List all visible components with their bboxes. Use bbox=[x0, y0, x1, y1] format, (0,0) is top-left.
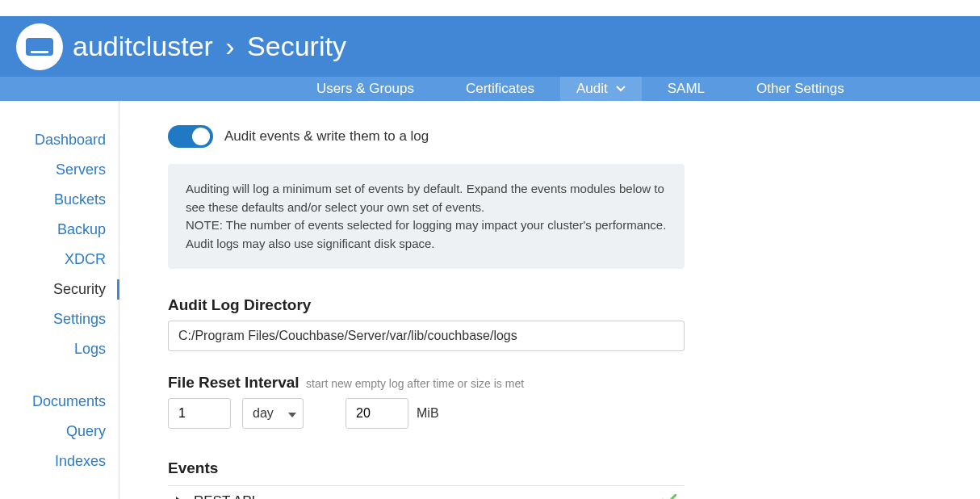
subnav-audit-label: Audit bbox=[576, 81, 608, 97]
breadcrumb-separator: › bbox=[225, 31, 234, 61]
sidebar-item-query[interactable]: Query bbox=[0, 417, 119, 447]
subnav-users-groups[interactable]: Users & Groups bbox=[291, 77, 440, 101]
caret-down-icon bbox=[288, 406, 296, 421]
main-content: Audit events & write them to a log Audit… bbox=[119, 101, 980, 499]
sidebar-item-security[interactable]: Security bbox=[0, 275, 119, 304]
sidebar-item-buckets[interactable]: Buckets bbox=[0, 185, 119, 215]
product-logo bbox=[16, 23, 63, 70]
reset-size-unit: MiB bbox=[417, 406, 439, 421]
file-reset-hint: start new empty log after time or size i… bbox=[306, 377, 524, 390]
subnav-certificates[interactable]: Certificates bbox=[440, 77, 560, 101]
events-label: Events bbox=[168, 459, 685, 477]
subnav-audit[interactable]: Audit bbox=[560, 77, 642, 101]
sidebar: Dashboard Servers Buckets Backup XDCR Se… bbox=[0, 101, 119, 499]
header: auditcluster › Security bbox=[0, 16, 980, 77]
audit-info-box: Auditing will log a minimum set of event… bbox=[168, 164, 685, 269]
sidebar-item-documents[interactable]: Documents bbox=[0, 387, 119, 417]
sidebar-item-settings[interactable]: Settings bbox=[0, 304, 119, 334]
sidebar-item-backup[interactable]: Backup bbox=[0, 215, 119, 245]
subnav-saml[interactable]: SAML bbox=[642, 77, 731, 101]
file-reset-label: File Reset Interval bbox=[168, 374, 299, 391]
log-dir-label: Audit Log Directory bbox=[168, 296, 980, 314]
reset-interval-input[interactable] bbox=[168, 398, 231, 429]
subnav: Users & Groups Certificates Audit SAML O… bbox=[0, 77, 980, 101]
audit-toggle-label: Audit events & write them to a log bbox=[224, 128, 429, 145]
sidebar-item-dashboard[interactable]: Dashboard bbox=[0, 125, 119, 155]
sidebar-item-indexes[interactable]: Indexes bbox=[0, 447, 119, 476]
chevron-down-icon bbox=[616, 86, 626, 92]
page-title: Security bbox=[247, 31, 346, 61]
sidebar-item-xdcr[interactable]: XDCR bbox=[0, 245, 119, 275]
reset-unit-value: day bbox=[253, 406, 274, 421]
breadcrumb: auditcluster › Security bbox=[73, 31, 346, 62]
sidebar-item-logs[interactable]: Logs bbox=[0, 334, 119, 364]
reset-size-input[interactable] bbox=[346, 398, 408, 429]
subnav-other-settings[interactable]: Other Settings bbox=[731, 77, 870, 101]
cluster-name[interactable]: auditcluster bbox=[73, 31, 213, 61]
event-row-rest-api[interactable]: REST API bbox=[168, 485, 685, 499]
check-icon bbox=[662, 494, 676, 499]
sidebar-item-servers[interactable]: Servers bbox=[0, 155, 119, 185]
log-dir-input[interactable] bbox=[168, 321, 685, 351]
audit-enable-toggle[interactable] bbox=[168, 125, 213, 148]
reset-unit-select[interactable]: day bbox=[242, 398, 304, 429]
event-name: REST API bbox=[194, 493, 662, 499]
